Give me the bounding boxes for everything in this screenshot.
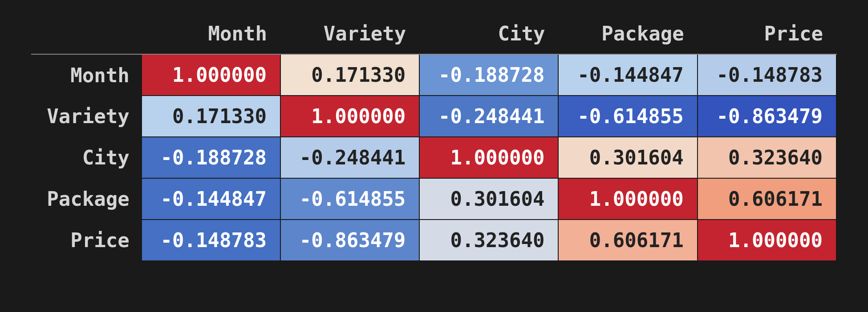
col-header: Variety	[280, 13, 419, 54]
heatmap-cell: -0.614855	[558, 96, 697, 137]
heatmap-cell: -0.863479	[698, 96, 836, 137]
table-row: Price -0.148783 -0.863479 0.323640 0.606…	[31, 220, 836, 261]
heatmap-cell: 1.000000	[419, 137, 558, 178]
heatmap-cell: 0.606171	[698, 178, 836, 220]
heatmap-cell: -0.188728	[419, 54, 558, 96]
heatmap-cell: -0.144847	[558, 54, 697, 96]
heatmap-cell: 0.323640	[419, 220, 558, 261]
col-header: Price	[698, 13, 836, 54]
heatmap-cell: -0.863479	[280, 220, 419, 261]
col-header: City	[419, 13, 558, 54]
heatmap-wrapper: Month Variety City Package Price Month 1…	[0, 0, 868, 275]
heatmap-cell: -0.148783	[698, 54, 836, 96]
table-row: City -0.188728 -0.248441 1.000000 0.3016…	[31, 137, 836, 178]
heatmap-body: Month 1.000000 0.171330 -0.188728 -0.144…	[31, 54, 836, 261]
heatmap-cell: 0.301604	[419, 178, 558, 220]
heatmap-cell: -0.148783	[142, 220, 280, 261]
corner-cell	[31, 13, 142, 54]
heatmap-cell: 1.000000	[698, 220, 836, 261]
col-header: Package	[558, 13, 697, 54]
table-row: Variety 0.171330 1.000000 -0.248441 -0.6…	[31, 96, 836, 137]
heatmap-cell: 1.000000	[280, 96, 419, 137]
heatmap-cell: -0.144847	[142, 178, 280, 220]
row-header: Package	[31, 178, 142, 220]
heatmap-cell: -0.188728	[142, 137, 280, 178]
row-header: Variety	[31, 96, 142, 137]
heatmap-cell: -0.248441	[280, 137, 419, 178]
correlation-heatmap: Month Variety City Package Price Month 1…	[31, 13, 837, 261]
heatmap-cell: 0.171330	[142, 96, 280, 137]
table-row: Month 1.000000 0.171330 -0.188728 -0.144…	[31, 54, 836, 96]
table-row: Package -0.144847 -0.614855 0.301604 1.0…	[31, 178, 836, 220]
heatmap-cell: -0.614855	[280, 178, 419, 220]
heatmap-cell: -0.248441	[419, 96, 558, 137]
row-header: City	[31, 137, 142, 178]
heatmap-cell: 0.606171	[558, 220, 697, 261]
heatmap-cell: 0.171330	[280, 54, 419, 96]
heatmap-cell: 0.301604	[558, 137, 697, 178]
col-header: Month	[142, 13, 280, 54]
row-header: Price	[31, 220, 142, 261]
heatmap-cell: 0.323640	[698, 137, 836, 178]
heatmap-cell: 1.000000	[142, 54, 280, 96]
row-header: Month	[31, 54, 142, 96]
heatmap-cell: 1.000000	[558, 178, 697, 220]
